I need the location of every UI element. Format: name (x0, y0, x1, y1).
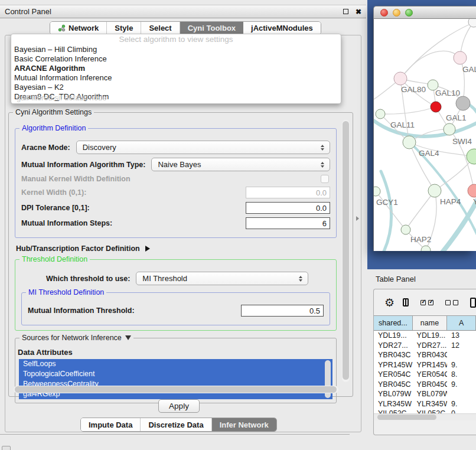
column-header-shared[interactable]: shared... (374, 316, 413, 330)
document-icon[interactable] (470, 298, 476, 308)
tab-select[interactable]: Select (141, 22, 180, 34)
table-row[interactable]: YDL19...YDL19...13 (374, 331, 476, 341)
columns-icon[interactable] (403, 298, 409, 306)
mac-minimize-button[interactable] (393, 9, 400, 17)
algorithm-option-bayesian-hill-climbing[interactable]: Bayesian – Hill Climbing (11, 45, 341, 54)
apply-button[interactable]: Apply (158, 399, 200, 413)
settings-group-title: Cyni Algorithm Settings (13, 108, 94, 116)
stepper-icon (321, 145, 324, 151)
deselect-all-icon[interactable] (445, 300, 458, 305)
float-window-icon[interactable] (343, 9, 348, 14)
table-horizontal-scrollbar[interactable] (374, 413, 476, 420)
table-cell: 9. (447, 360, 476, 370)
mi-threshold-field[interactable]: 0.5 (241, 305, 324, 317)
table-cell: 9. (447, 380, 476, 390)
tab-network[interactable]: Network (50, 22, 107, 34)
table-cell: 13 (447, 331, 476, 341)
settings-scroll-viewport: Algorithm Definition Aracne Mode: Discov… (15, 121, 337, 383)
attribute-item-selfloops[interactable]: SelfLoops (19, 359, 332, 369)
tab-label: Style (115, 24, 133, 32)
table-panel: ⚙ shared...nameA YDL19...YDL19...13YDR27… (373, 289, 476, 435)
tab-infer-network[interactable]: Infer Network (212, 418, 276, 431)
scrollbar-thumb[interactable] (377, 415, 436, 420)
table-row[interactable]: YBL079WYBL079W (374, 389, 476, 399)
node-label-gal80: GAL80 (401, 85, 426, 94)
panel-bottom-divider (0, 434, 350, 435)
table-row[interactable]: YDR27...YDR27...12 (374, 341, 476, 351)
table-cell: YLR345W (374, 399, 413, 409)
network-canvas[interactable]: GALGAL80GAL10GAL1GAL11SWI4GAL4GCY1HAP4YH… (373, 19, 476, 251)
network-node[interactable] (468, 184, 476, 197)
column-header-a[interactable]: A (447, 316, 476, 330)
table-row[interactable]: YIL052CYIL052C0. (374, 409, 476, 413)
kernel-width-field[interactable]: 0.0 (246, 187, 330, 198)
network-node[interactable] (394, 72, 407, 85)
algorithm-option-bayesian-k2[interactable]: Bayesian – K2 (11, 83, 341, 92)
algorithm-option-basic-correlation-inference[interactable]: Basic Correlation Inference (11, 54, 341, 64)
network-node[interactable] (376, 109, 385, 119)
network-node[interactable] (468, 19, 476, 27)
algorithm-definition-title: Algorithm Definition (19, 124, 88, 132)
hub-definition-toggle[interactable]: Hub/Transcription Factor Definition (16, 244, 337, 253)
settings-horizontal-scrollbar[interactable] (14, 386, 338, 393)
scrollbar-thumb[interactable] (15, 386, 337, 393)
table-cell: YBL079W (413, 389, 447, 399)
network-node[interactable] (456, 96, 470, 110)
window-grip-icon[interactable] (2, 446, 11, 450)
tab-label: Discretize Data (148, 420, 203, 429)
table-row[interactable]: YBR045CYBR045C9. (374, 380, 476, 390)
mi-type-select[interactable]: Naive Bayes (151, 158, 330, 171)
splitpane-handle-icon[interactable] (356, 216, 359, 221)
manual-kernel-checkbox[interactable] (321, 175, 329, 183)
scrollbar-thumb[interactable] (343, 121, 349, 380)
node-label-gal: GAL (462, 65, 476, 74)
algorithm-option-mutual-information-inference[interactable]: Mutual Information Inference (11, 73, 341, 83)
network-node[interactable] (467, 149, 476, 164)
table-row[interactable]: YER054CYER054C8. (374, 370, 476, 380)
mac-zoom-button[interactable] (405, 9, 413, 17)
network-node[interactable] (444, 123, 455, 135)
select-all-icon[interactable] (420, 300, 433, 305)
mac-close-button[interactable] (380, 9, 388, 17)
settings-vertical-scrollbar[interactable] (342, 120, 350, 382)
manual-kernel-row: Manual Kernel Width Definition (21, 175, 330, 183)
tab-discretize-data[interactable]: Discretize Data (141, 418, 211, 431)
node-label-gal1: GAL1 (446, 113, 467, 122)
algorithm-option-aracne-algorithm[interactable]: ARACNE Algorithm (11, 64, 341, 73)
network-node[interactable] (374, 187, 380, 196)
network-node[interactable] (431, 102, 441, 112)
network-window-titlebar[interactable] (373, 6, 476, 19)
which-threshold-select[interactable]: MI Threshold (136, 272, 308, 285)
tab-jactivemnodules[interactable]: jActiveMNodules (243, 22, 321, 34)
table-cell: YDL19... (374, 331, 413, 341)
table-cell: YDR27... (374, 341, 413, 351)
column-header-name[interactable]: name (413, 316, 447, 330)
node-label-gal10: GAL10 (435, 89, 460, 97)
algorithm-definition-group: Algorithm Definition Aracne Mode: Discov… (15, 128, 337, 238)
tab-impute-data[interactable]: Impute Data (81, 418, 141, 431)
algorithm-option-dream8-dc-tdc-algorithm[interactable]: Dream8 DC_TDC Algorithm (11, 92, 341, 102)
tab-label: Cyni Toolbox (188, 24, 236, 32)
tab-style[interactable]: Style (107, 22, 141, 34)
aracne-mode-row: Aracne Mode: Discovery (21, 141, 330, 154)
table-cell: YPR145W (374, 360, 413, 370)
network-node[interactable] (428, 184, 441, 197)
table-cell: 0. (447, 409, 476, 413)
network-node[interactable] (454, 51, 467, 64)
tab-cyni-toolbox[interactable]: Cyni Toolbox (180, 22, 243, 34)
table-rows: YDL19...YDL19...13YDR27...YDR27...12YBR0… (374, 331, 476, 413)
table-row[interactable]: YBR043CYBR043C (374, 350, 476, 360)
table-row[interactable]: YPR145WYPR145W9. (374, 360, 476, 370)
network-node[interactable] (403, 136, 416, 149)
table-row[interactable]: YLR345WYLR345W9. (374, 399, 476, 409)
aracne-mode-select[interactable]: Discovery (76, 141, 330, 154)
network-node[interactable] (421, 246, 431, 251)
table-cell: YBR045C (413, 380, 447, 390)
dpi-tolerance-field[interactable]: 0.0 (246, 202, 330, 214)
sources-group-title-row[interactable]: Sources for Network Inference (19, 334, 133, 342)
gear-icon[interactable]: ⚙ (384, 297, 395, 308)
mi-steps-field[interactable]: 6 (246, 217, 330, 229)
network-node[interactable] (401, 225, 410, 234)
attribute-item-topologicalcoefficient[interactable]: TopologicalCoefficient (19, 369, 332, 379)
close-icon[interactable]: ✖ (356, 8, 361, 16)
